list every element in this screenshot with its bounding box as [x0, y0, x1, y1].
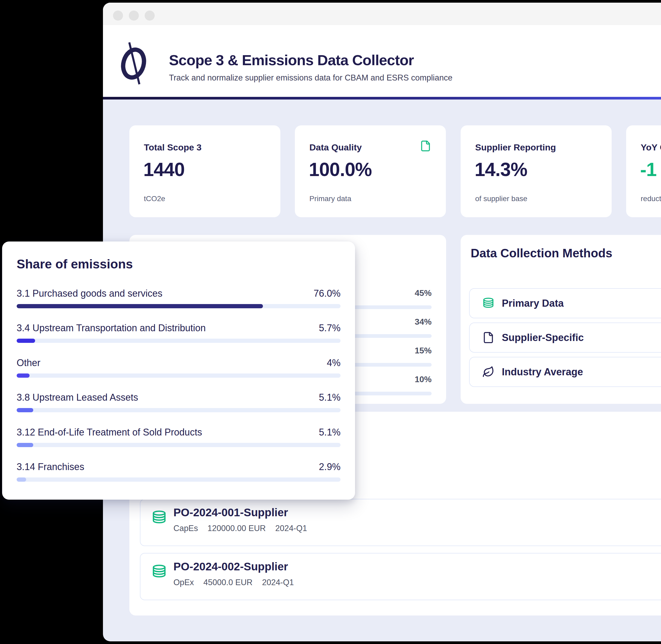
- emission-percent-label: 4%: [327, 357, 341, 369]
- panel-title: Share of emissions: [17, 257, 133, 271]
- emission-bar-fill: [17, 443, 33, 447]
- kpi-value: 1440: [143, 159, 184, 180]
- emission-percent-label: 2.9%: [319, 461, 341, 473]
- share-of-emissions-panel: Share of emissions 3.1 Purchased goods a…: [2, 242, 355, 500]
- po-meta-amount: 120000.00 EUR: [207, 524, 266, 533]
- header-accent-divider: [103, 97, 661, 99]
- window-titlebar: [103, 3, 661, 25]
- emission-percent-label: 5.1%: [319, 392, 341, 403]
- emission-bar-fill: [17, 339, 35, 343]
- kpi-label: YoY C: [641, 142, 661, 153]
- emission-bar-track: [17, 339, 341, 343]
- method-label: Supplier-Specific: [502, 332, 584, 343]
- kpi-sublabel: of supplier base: [475, 194, 527, 203]
- emission-bar-fill: [17, 478, 26, 482]
- app-logo-icon: [119, 40, 148, 86]
- po-title: PO-2024-001-Supplier: [174, 506, 288, 519]
- method-item-industry-average[interactable]: Industry Average: [469, 357, 661, 387]
- kpi-value: 100.0%: [309, 159, 372, 180]
- page-title: Scope 3 & Emissions Data Collector: [169, 51, 414, 69]
- kpi-sublabel: Primary data: [310, 194, 351, 203]
- po-meta-category: CapEs: [174, 524, 198, 533]
- po-meta-amount: 45000.0 EUR: [204, 578, 253, 587]
- method-label: Industry Average: [502, 366, 583, 378]
- emission-percent-label: 5.1%: [319, 427, 341, 438]
- emission-row: 3.1 Purchased goods and services 76.0%: [17, 288, 341, 319]
- emission-row: Other 4%: [17, 357, 341, 389]
- emission-bar-track: [17, 304, 341, 308]
- kpi-label: Total Scope 3: [144, 142, 202, 153]
- emission-bar-fill: [17, 373, 29, 378]
- method-item-primary-data[interactable]: Primary Data: [469, 288, 661, 318]
- emission-percent-label: 5.7%: [319, 322, 341, 334]
- emission-bar-track: [17, 373, 341, 378]
- kpi-card-total-scope3: Total Scope 3 1440 tCO2e: [129, 125, 280, 217]
- emission-bar-fill: [17, 304, 263, 308]
- kpi-sublabel: tCO2e: [144, 194, 165, 203]
- kpi-label: Supplier Reporting: [475, 142, 556, 153]
- kpi-card-supplier-reporting: Supplier Reporting 14.3% of supplier bas…: [461, 125, 612, 217]
- po-meta-period: 2024-Q1: [262, 578, 294, 587]
- po-meta-category: OpEx: [174, 578, 194, 587]
- database-icon: [152, 564, 167, 579]
- kpi-value: 14.3%: [475, 159, 527, 180]
- window-control-dot[interactable]: [113, 10, 123, 21]
- po-meta: CapEs 120000.00 EUR 2024-Q1: [174, 524, 307, 533]
- emission-category-label: 3.8 Upstream Leased Assets: [17, 392, 138, 403]
- po-meta: OpEx 45000.0 EUR 2024-Q1: [174, 578, 294, 587]
- chart-percent-label: 34%: [415, 317, 432, 327]
- kpi-label: Data Quality: [310, 142, 362, 153]
- app-header: Scope 3 & Emissions Data Collector Track…: [103, 25, 661, 97]
- page-subtitle: Track and normalize supplier emissions d…: [169, 73, 453, 83]
- kpi-card-data-quality: Data Quality 100.0% Primary data: [295, 125, 446, 217]
- kpi-sublabel: reduct: [641, 194, 661, 203]
- method-item-supplier-specific[interactable]: Supplier-Specific: [469, 323, 661, 353]
- chart-percent-label: 10%: [415, 374, 432, 385]
- po-meta-period: 2024-Q1: [275, 524, 307, 533]
- chart-percent-label: 45%: [415, 288, 432, 298]
- kpi-card-yoy-change: YoY C -1 reduct: [626, 125, 661, 217]
- database-icon: [482, 297, 495, 309]
- emission-category-label: Other: [17, 357, 40, 369]
- method-label: Primary Data: [502, 298, 564, 309]
- emission-category-label: 3.4 Upstream Transportation and Distribu…: [17, 322, 206, 334]
- emission-bar-track: [17, 443, 341, 447]
- file-icon: [420, 140, 431, 152]
- emission-bar-track: [17, 408, 341, 412]
- po-title: PO-2024-002-Supplier: [174, 560, 288, 573]
- leaf-icon: [482, 366, 495, 378]
- data-collection-methods-card: Data Collection Methods Primary Data Sup…: [461, 235, 661, 404]
- emission-category-label: 3.14 Franchises: [17, 461, 84, 473]
- emission-row: 3.12 End-of-Life Treatment of Sold Produ…: [17, 427, 341, 458]
- emission-row: 3.8 Upstream Leased Assets 5.1%: [17, 392, 341, 423]
- emission-percent-label: 76.0%: [314, 288, 341, 299]
- chart-percent-label: 15%: [415, 345, 432, 356]
- emission-bar-track: [17, 478, 341, 482]
- kpi-value: -1: [640, 159, 657, 180]
- emission-category-label: 3.12 End-of-Life Treatment of Sold Produ…: [17, 427, 202, 438]
- database-icon: [152, 510, 167, 525]
- window-control-dot[interactable]: [145, 10, 155, 21]
- po-list-item[interactable]: PO-2024-002-Supplier OpEx 45000.0 EUR 20…: [140, 553, 661, 600]
- section-title: Data Collection Methods: [471, 246, 612, 260]
- emission-row: 3.4 Upstream Transportation and Distribu…: [17, 322, 341, 354]
- emission-bar-fill: [17, 408, 33, 412]
- po-list-item[interactable]: PO-2024-001-Supplier CapEs 120000.00 EUR…: [140, 499, 661, 546]
- file-icon: [482, 331, 495, 344]
- emission-row: 3.14 Franchises 2.9%: [17, 461, 341, 493]
- window-control-dot[interactable]: [129, 10, 139, 21]
- emission-category-label: 3.1 Purchased goods and services: [17, 288, 162, 299]
